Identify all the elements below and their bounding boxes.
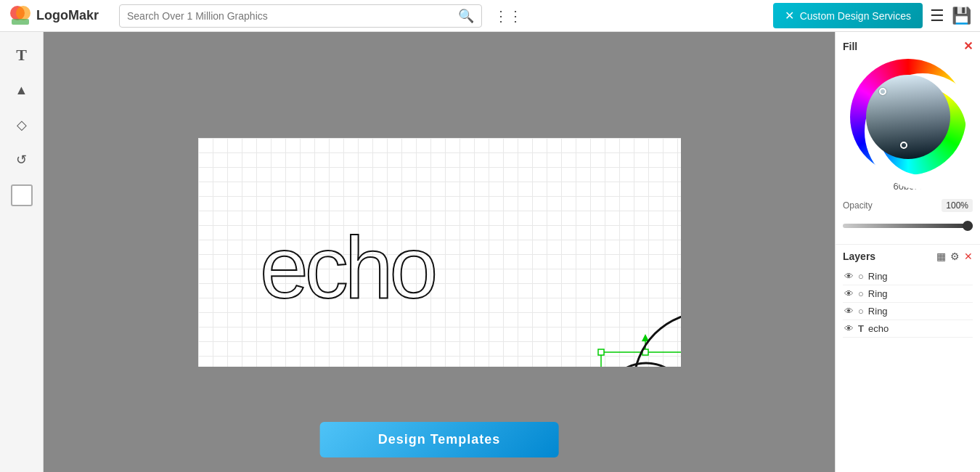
layer-visibility-icon[interactable]: 👁 <box>844 306 854 317</box>
custom-design-icon: ✕ <box>785 9 794 23</box>
layer-settings-icon[interactable]: ⚙ <box>950 251 960 262</box>
layer-item[interactable]: 👁 ○ Ring <box>843 285 973 303</box>
header: LogoMakr 🔍 ⋮⋮ ✕ Custom Design Services ☰… <box>0 0 980 32</box>
custom-design-button[interactable]: ✕ Custom Design Services <box>773 3 923 28</box>
search-input[interactable] <box>127 10 452 22</box>
search-area[interactable]: 🔍 <box>119 4 482 28</box>
fill-label: Fill <box>843 41 857 52</box>
design-canvas[interactable]: echo <box>198 138 681 367</box>
grid-icon[interactable]: ⋮⋮ <box>494 7 523 25</box>
save-icon[interactable]: 💾 <box>952 7 971 25</box>
shape-tool[interactable]: ▲ <box>6 74 38 106</box>
svg-point-16 <box>634 312 681 367</box>
opacity-slider[interactable] <box>843 224 973 228</box>
custom-design-label: Custom Design Services <box>800 10 911 22</box>
layer-visibility-icon[interactable]: 👁 <box>844 271 854 282</box>
layer-name: Ring <box>868 306 971 317</box>
svg-text:echo: echo <box>260 219 434 316</box>
layers-header: Layers ▦ ⚙ ✕ <box>843 251 973 262</box>
color-swatch[interactable] <box>11 184 33 206</box>
layer-item[interactable]: 👁 ○ Ring <box>843 303 973 320</box>
header-right: ✕ Custom Design Services ☰ 💾 <box>773 3 971 28</box>
opacity-row: Opacity 100% <box>843 196 973 215</box>
svg-point-15 <box>604 363 681 367</box>
add-layer-icon[interactable]: ▦ <box>936 251 946 262</box>
layer-list: 👁 ○ Ring 👁 ○ Ring 👁 ○ Ring 👁 T echo <box>843 268 973 338</box>
color-picker-cursor <box>879 88 886 95</box>
layer-type-icon: T <box>858 323 864 334</box>
opacity-label: Opacity <box>843 200 873 211</box>
search-icon[interactable]: 🔍 <box>458 8 474 24</box>
canvas-area: echo <box>44 32 835 472</box>
layers-label: Layers <box>843 251 875 262</box>
text-tool[interactable]: T <box>6 39 38 71</box>
layer-name: echo <box>868 323 971 334</box>
history-tool[interactable]: ↺ <box>6 144 38 176</box>
layer-type-icon: ○ <box>858 306 864 317</box>
diamond-tool[interactable]: ◇ <box>6 109 38 141</box>
main: T ▲ ◇ ↺ echo <box>0 32 980 472</box>
opacity-slider-row <box>843 215 973 237</box>
svg-point-1 <box>16 6 30 20</box>
svg-rect-2 <box>12 19 29 25</box>
canvas-svg: echo <box>198 138 681 367</box>
left-toolbar: T ▲ ◇ ↺ <box>0 32 44 472</box>
color-wheel-container[interactable] <box>850 59 966 175</box>
layers-panel: Layers ▦ ⚙ ✕ 👁 ○ Ring 👁 ○ Ring 👁 ○ Ring … <box>836 245 980 472</box>
layer-type-icon: ○ <box>858 288 864 299</box>
logo-icon <box>9 4 32 28</box>
fill-panel: Fill ✕ 60b0f4 Opacity 100% <box>836 32 980 245</box>
layer-item[interactable]: 👁 T echo <box>843 320 973 338</box>
logo-text: LogoMakr <box>36 8 99 23</box>
logo-area: LogoMakr <box>9 4 110 28</box>
layers-actions: ▦ ⚙ ✕ <box>936 251 973 262</box>
fill-close-button[interactable]: ✕ <box>963 39 973 53</box>
layer-item[interactable]: 👁 ○ Ring <box>843 268 973 285</box>
color-gradient-box[interactable] <box>866 75 950 159</box>
color-picker-cursor-bottom <box>900 142 907 149</box>
layer-visibility-icon[interactable]: 👁 <box>844 323 854 334</box>
selected-ring-group <box>598 334 681 367</box>
fill-title-row: Fill ✕ <box>843 39 973 53</box>
design-templates-button[interactable]: Design Templates <box>320 422 559 457</box>
right-panel: Fill ✕ 60b0f4 Opacity 100% <box>835 32 980 472</box>
opacity-value: 100% <box>942 199 973 212</box>
layer-type-icon: ○ <box>858 271 864 282</box>
menu-icon[interactable]: ☰ <box>930 7 944 25</box>
layer-visibility-icon[interactable]: 👁 <box>844 288 854 299</box>
svg-rect-5 <box>598 349 604 355</box>
delete-layer-icon[interactable]: ✕ <box>964 251 973 262</box>
layer-name: Ring <box>868 271 971 282</box>
layer-name: Ring <box>868 288 971 299</box>
